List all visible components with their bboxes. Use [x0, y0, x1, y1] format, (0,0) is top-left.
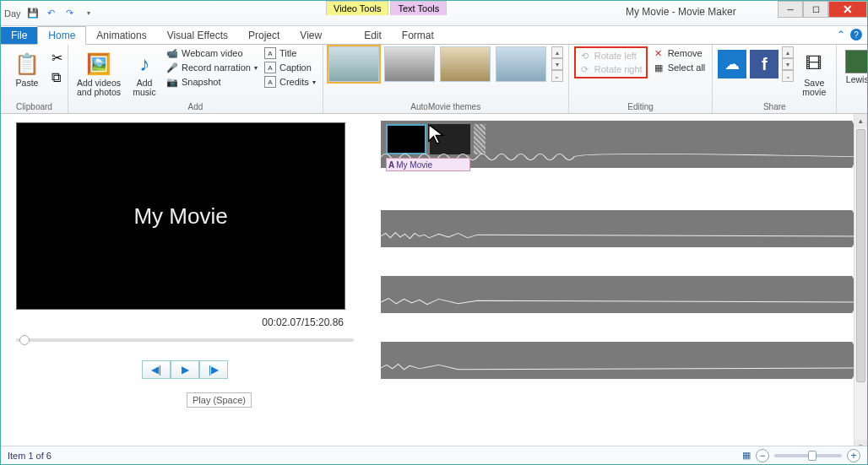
user-button[interactable]: Lewis: [842, 46, 868, 84]
scroll-thumb[interactable]: [856, 129, 865, 382]
qat-dropdown-icon[interactable]: ▾: [82, 7, 95, 20]
vertical-scrollbar[interactable]: ▴ ▾: [854, 114, 867, 453]
group-clipboard: 📋 Paste ✂ ⧉ Clipboard: [1, 45, 68, 113]
seek-bar[interactable]: [16, 338, 354, 342]
remove-icon: ✕: [653, 47, 665, 59]
skydrive-button[interactable]: ☁: [718, 50, 746, 78]
camera-icon: 📷: [166, 76, 178, 88]
group-share-label: Share: [718, 101, 831, 113]
user-label: Lewis: [846, 75, 868, 84]
thumbnails-icon[interactable]: ▦: [742, 450, 751, 461]
maximize-button[interactable]: ☐: [803, 1, 828, 18]
credits-button[interactable]: ACredits ▾: [263, 75, 317, 89]
add-videos-button[interactable]: 🖼️ Add videos and photos: [73, 46, 124, 97]
narration-button[interactable]: 🎤Record narration ▾: [165, 61, 259, 74]
remove-button[interactable]: ✕Remove: [651, 46, 708, 60]
mic-icon: 🎤: [166, 62, 178, 73]
preview-video[interactable]: My Movie: [16, 122, 345, 310]
save-movie-label: Save movie: [802, 78, 826, 97]
ribbon-tabs: File Home Animations Visual Effects Proj…: [1, 26, 867, 45]
seek-thumb[interactable]: [19, 335, 30, 345]
timeline-track-4[interactable]: [381, 342, 864, 379]
webcam-icon: 📹: [166, 47, 178, 59]
tab-edit[interactable]: Edit: [354, 27, 392, 44]
paste-label: Paste: [16, 78, 39, 88]
frame-back-button[interactable]: ◀|: [142, 360, 171, 379]
save-movie-button[interactable]: 🎞 Save movie: [797, 46, 831, 97]
help-icon[interactable]: ?: [850, 29, 862, 41]
theme-2[interactable]: [384, 46, 435, 82]
clipboard-icon: 📋: [14, 50, 41, 77]
select-all-button[interactable]: ▦Select all: [651, 61, 708, 74]
film-icon: 🎞: [800, 50, 827, 77]
theme-3[interactable]: [440, 46, 491, 82]
waveform-3: [381, 295, 864, 310]
caption-button[interactable]: ACaption: [263, 61, 317, 74]
redo-icon[interactable]: ↷: [63, 7, 77, 20]
tab-view[interactable]: View: [290, 27, 332, 44]
help-controls: ⌃ ?: [837, 29, 862, 41]
copy-icon[interactable]: ⧉: [52, 70, 62, 85]
title-icon: A: [264, 47, 276, 59]
group-clipboard-label: Clipboard: [6, 101, 62, 113]
zoom-slider[interactable]: [774, 454, 842, 457]
select-all-icon: ▦: [653, 62, 665, 73]
group-add-label: Add: [73, 101, 317, 113]
add-music-button[interactable]: ♪ Add music: [127, 46, 161, 97]
close-button[interactable]: ✕: [828, 1, 867, 18]
timeline-pane[interactable]: A My Movie: [381, 114, 867, 453]
chevron-up-icon[interactable]: ▴: [551, 46, 563, 58]
group-editing-label: Editing: [574, 101, 708, 113]
quick-access-toolbar: Day 💾 ↶ ↷ ▾: [1, 7, 95, 20]
scroll-up-icon[interactable]: ▴: [854, 114, 867, 127]
statusbar: Item 1 of 6 ▦ − +: [1, 446, 867, 464]
credits-icon: A: [264, 76, 276, 88]
title-clip[interactable]: A My Movie: [386, 158, 470, 171]
theme-1[interactable]: [328, 46, 379, 82]
tab-visual-effects[interactable]: Visual Effects: [157, 27, 238, 44]
main-area: My Movie 00:02.07/15:20.86 ◀| ▶ |▶ A My …: [1, 114, 867, 453]
save-icon[interactable]: 💾: [26, 7, 40, 20]
timeline-track-3[interactable]: [381, 276, 864, 313]
preview-title-overlay: My Movie: [133, 203, 227, 230]
group-user: Lewis: [837, 45, 868, 113]
add-videos-label: Add videos and photos: [77, 78, 121, 97]
paste-button[interactable]: 📋 Paste: [6, 46, 48, 88]
music-icon: ♪: [131, 50, 158, 77]
webcam-button[interactable]: 📹Webcam video: [165, 46, 259, 60]
playback-controls: ◀| ▶ |▶: [16, 360, 354, 379]
rotate-left-button[interactable]: ⟲Rotate left: [578, 49, 644, 62]
photos-icon: 🖼️: [85, 50, 112, 77]
tab-format[interactable]: Format: [392, 27, 444, 44]
status-item-count: Item 1 of 6: [8, 451, 52, 461]
title-button[interactable]: ATitle: [263, 46, 317, 60]
facebook-button[interactable]: f: [750, 50, 778, 78]
zoom-thumb[interactable]: [808, 451, 816, 461]
tab-project[interactable]: Project: [238, 27, 290, 44]
play-button[interactable]: ▶: [171, 360, 199, 379]
tab-home[interactable]: Home: [37, 26, 86, 45]
group-add: 🖼️ Add videos and photos ♪ Add music 📹We…: [68, 45, 323, 113]
theme-scroll[interactable]: ▴▾⌄: [551, 46, 563, 82]
rotate-right-icon: ⟳: [579, 63, 591, 75]
caption-icon: A: [264, 62, 276, 73]
cut-icon[interactable]: ✂: [52, 50, 62, 66]
chevron-down-icon[interactable]: ▾: [551, 58, 563, 70]
zoom-in-button[interactable]: +: [847, 449, 860, 462]
rotate-right-button[interactable]: ⟳Rotate right: [578, 62, 644, 76]
snapshot-button[interactable]: 📷Snapshot: [165, 75, 259, 89]
tab-file[interactable]: File: [1, 27, 37, 44]
window-title: My Movie - Movie Maker: [626, 6, 736, 18]
zoom-out-button[interactable]: −: [756, 449, 769, 462]
expand-icon[interactable]: ⌄: [551, 70, 563, 82]
timeline-track-2[interactable]: [381, 210, 864, 247]
share-scroll[interactable]: ▴▾⌄: [782, 46, 794, 82]
tab-animations[interactable]: Animations: [86, 27, 156, 44]
minimize-button[interactable]: ─: [778, 1, 803, 18]
frame-forward-button[interactable]: |▶: [199, 360, 228, 379]
undo-icon[interactable]: ↶: [45, 7, 58, 20]
rotate-left-icon: ⟲: [579, 50, 591, 62]
waveform-2: [381, 229, 864, 244]
collapse-ribbon-icon[interactable]: ⌃: [837, 29, 845, 41]
theme-4[interactable]: [496, 46, 546, 82]
